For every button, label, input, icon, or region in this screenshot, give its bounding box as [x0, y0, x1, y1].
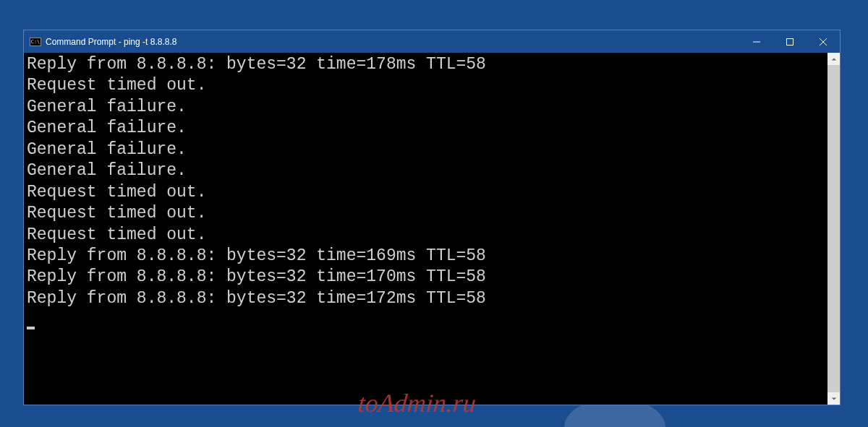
- chevron-up-icon: [831, 56, 837, 62]
- console-line: Reply from 8.8.8.8: bytes=32 time=170ms …: [27, 267, 825, 288]
- window-controls: [740, 30, 840, 53]
- window-title: Command Prompt - ping -t 8.8.8.8: [46, 37, 740, 47]
- minimize-icon: [753, 38, 760, 46]
- scroll-up-button[interactable]: [827, 53, 840, 65]
- cmd-icon: C:\: [30, 38, 41, 46]
- minimize-button[interactable]: [740, 30, 773, 53]
- console-line: General failure.: [27, 160, 825, 181]
- maximize-button[interactable]: [773, 30, 807, 53]
- close-button[interactable]: [807, 30, 840, 53]
- console-line: Request timed out.: [27, 75, 825, 96]
- console-cursor-line: [27, 309, 825, 330]
- close-icon: [820, 38, 827, 46]
- console-line: Request timed out.: [27, 203, 825, 224]
- console-line: Reply from 8.8.8.8: bytes=32 time=178ms …: [27, 54, 825, 75]
- console-line: Reply from 8.8.8.8: bytes=32 time=172ms …: [27, 288, 825, 309]
- console-area: Reply from 8.8.8.8: bytes=32 time=178ms …: [24, 53, 840, 405]
- cursor: [27, 327, 35, 329]
- command-prompt-window: C:\ Command Prompt - ping -t 8.8.8.8 Rep…: [23, 30, 841, 405]
- console-line: General failure.: [27, 139, 825, 160]
- console-line: Reply from 8.8.8.8: bytes=32 time=169ms …: [27, 246, 825, 267]
- chevron-down-icon: [831, 396, 837, 402]
- window-titlebar[interactable]: C:\ Command Prompt - ping -t 8.8.8.8: [24, 30, 840, 53]
- maximize-icon: [786, 38, 793, 46]
- scroll-track[interactable]: [827, 65, 840, 392]
- svg-rect-1: [787, 38, 793, 45]
- console-output[interactable]: Reply from 8.8.8.8: bytes=32 time=178ms …: [24, 53, 827, 405]
- vertical-scrollbar[interactable]: [827, 53, 840, 405]
- scroll-down-button[interactable]: [827, 392, 840, 405]
- console-line: General failure.: [27, 118, 825, 139]
- console-line: Request timed out.: [27, 182, 825, 203]
- console-line: Request timed out.: [27, 225, 825, 246]
- console-line: General failure.: [27, 97, 825, 118]
- scroll-thumb[interactable]: [827, 65, 840, 392]
